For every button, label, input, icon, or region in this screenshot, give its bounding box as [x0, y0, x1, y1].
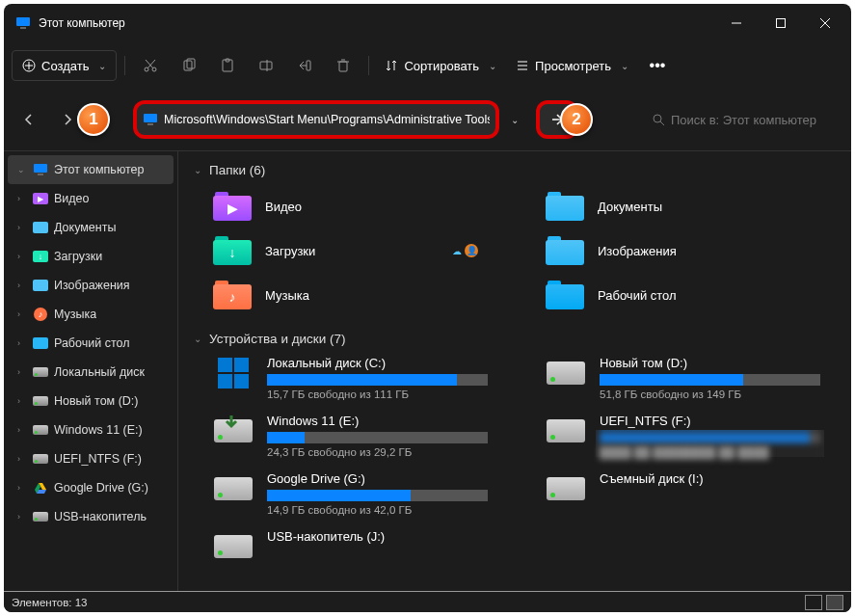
expand-icon: ›: [17, 223, 27, 232]
drive-item[interactable]: UEFI_NTFS (F:)████ ██ ████████ ██ ████: [546, 414, 840, 458]
folders-title: Папки (6): [209, 163, 265, 177]
folder-icon: ▶: [213, 191, 252, 222]
drive-name: Google Drive (G:): [267, 471, 488, 486]
item-label: Windows 11 (E:): [54, 423, 143, 437]
drive-name: Локальный диск (C:): [267, 356, 488, 370]
tiles-view-button[interactable]: [826, 595, 843, 610]
content-pane[interactable]: ⌄ Папки (6) ▶ВидеоДокументы↓Загрузки☁👤Из…: [177, 151, 851, 591]
item-label: UEFI_NTFS (F:): [54, 452, 142, 466]
back-button[interactable]: [13, 104, 44, 135]
svg-rect-1: [20, 27, 26, 29]
drive-item[interactable]: Локальный диск (C:)15,7 ГБ свободно из 1…: [213, 356, 507, 400]
expand-icon: ›: [17, 309, 27, 319]
drive-icon: [213, 356, 254, 390]
drives-section-header[interactable]: ⌄ Устройства и диски (7): [194, 332, 840, 346]
chevron-down-icon: ⌄: [621, 61, 628, 71]
folder-item[interactable]: Изображения: [546, 231, 840, 270]
item-label: Загрузки: [54, 250, 102, 263]
item-icon: [33, 480, 48, 495]
new-label: Создать: [41, 59, 89, 73]
sidebar-item-2[interactable]: ›Документы: [4, 213, 177, 242]
view-button[interactable]: Просмотреть ⌄: [508, 50, 636, 81]
drive-name: UEFI_NTFS (F:): [600, 414, 820, 428]
status-bar: Элементов: 13: [4, 591, 851, 612]
expand-icon: ›: [17, 512, 27, 522]
sidebar-item-12[interactable]: ›USB-накопитель: [4, 502, 177, 531]
item-icon: [33, 393, 48, 409]
svg-rect-26: [144, 114, 157, 122]
folder-item[interactable]: ↓Загрузки☁👤: [213, 231, 507, 270]
folder-item[interactable]: ♪Музыка: [213, 276, 507, 314]
svg-rect-30: [34, 164, 47, 173]
cut-button[interactable]: [133, 50, 168, 81]
rename-button[interactable]: [249, 50, 283, 81]
address-input[interactable]: [164, 113, 490, 126]
drive-icon: [546, 356, 586, 390]
item-icon: [33, 335, 48, 351]
status-elements-count: 13: [75, 597, 88, 608]
item-label: Изображения: [54, 279, 130, 292]
drive-item[interactable]: Google Drive (G:)14,9 ГБ свободно из 42,…: [213, 471, 507, 516]
callout-2: 2: [560, 103, 593, 136]
item-icon: [33, 364, 48, 380]
sidebar-item-5[interactable]: ›♪Музыка: [4, 300, 177, 329]
command-bar: Создать ⌄ Сортировать ⌄ Просмотреть ⌄ ••…: [4, 42, 851, 89]
chevron-down-icon: ⌄: [194, 334, 201, 344]
sidebar-item-3[interactable]: ›↓Загрузки: [4, 242, 177, 271]
drive-item[interactable]: USB-накопитель (J:): [213, 529, 507, 564]
item-icon: ▶: [33, 191, 48, 206]
folder-item[interactable]: Рабочий стол: [546, 276, 840, 314]
copy-button[interactable]: [172, 50, 206, 81]
expand-icon: ›: [17, 367, 27, 377]
drive-name: Съемный диск (I:): [600, 471, 820, 486]
sidebar-item-0[interactable]: ⌄Этот компьютер: [8, 155, 174, 184]
share-button[interactable]: [287, 50, 322, 81]
svg-rect-17: [260, 62, 272, 69]
sidebar-item-7[interactable]: ›Локальный диск: [4, 358, 177, 387]
folder-label: Видео: [265, 200, 302, 214]
address-row: 1 ⌄ 2 Поиск в: Этот компьютер: [4, 89, 851, 150]
folder-item[interactable]: ▶Видео: [213, 187, 507, 226]
sidebar-item-4[interactable]: ›Изображения: [4, 271, 177, 300]
drive-item[interactable]: Съемный диск (I:): [546, 471, 840, 516]
folders-section-header[interactable]: ⌄ Папки (6): [194, 163, 840, 177]
expand-icon: ›: [17, 338, 27, 348]
pc-icon: [143, 112, 158, 127]
new-button[interactable]: Создать ⌄: [12, 50, 117, 81]
svg-rect-31: [38, 174, 43, 175]
delete-button[interactable]: [326, 50, 361, 81]
item-icon: [33, 422, 48, 438]
svg-rect-19: [307, 61, 310, 70]
item-icon: [33, 220, 48, 235]
more-button[interactable]: •••: [640, 50, 675, 81]
sidebar-item-11[interactable]: ›Google Drive (G:): [4, 473, 177, 502]
drive-item[interactable]: Новый том (D:)51,8 ГБ свободно из 149 ГБ: [546, 356, 840, 400]
sidebar-item-9[interactable]: ›Windows 11 (E:): [4, 415, 177, 444]
item-label: Google Drive (G:): [54, 481, 148, 495]
address-bar[interactable]: [133, 100, 499, 139]
search-box[interactable]: Поиск в: Этот компьютер: [644, 104, 842, 135]
drive-item[interactable]: Windows 11 (E:)24,3 ГБ свободно из 29,2 …: [213, 414, 507, 458]
status-elements-label: Элементов:: [12, 597, 71, 608]
drive-name: Новый том (D:): [600, 356, 820, 370]
navigation-pane[interactable]: ⌄Этот компьютер›▶Видео›Документы›↓Загруз…: [4, 151, 177, 591]
maximize-button[interactable]: [759, 8, 803, 39]
svg-rect-20: [339, 62, 347, 71]
address-history-button[interactable]: ⌄: [507, 115, 522, 125]
view-label: Просмотреть: [535, 59, 611, 73]
minimize-button[interactable]: [714, 8, 759, 39]
sidebar-item-10[interactable]: ›UEFI_NTFS (F:): [4, 444, 177, 473]
paste-button[interactable]: [210, 50, 245, 81]
sidebar-item-6[interactable]: ›Рабочий стол: [4, 329, 177, 358]
expand-icon: ›: [17, 281, 27, 290]
sidebar-item-8[interactable]: ›Новый том (D:): [4, 387, 177, 415]
item-icon: [33, 451, 48, 467]
sort-button[interactable]: Сортировать ⌄: [377, 50, 504, 81]
folder-item[interactable]: Документы: [546, 187, 840, 226]
drive-icon: [213, 529, 254, 564]
item-label: Музыка: [54, 308, 96, 321]
close-button[interactable]: [803, 8, 847, 39]
details-view-button[interactable]: [805, 595, 822, 610]
sidebar-item-1[interactable]: ›▶Видео: [4, 184, 177, 213]
expand-icon: ›: [17, 454, 27, 464]
